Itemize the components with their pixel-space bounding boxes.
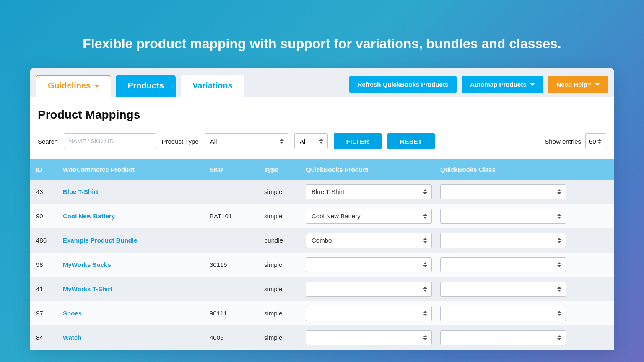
product-link[interactable]: Blue T-Shirt [63,188,98,195]
sort-icon [423,287,427,292]
sort-icon [557,287,561,292]
qb-product-value: Combo [312,237,332,244]
qb-product-select[interactable]: Combo [306,233,432,248]
table-row: 84Watch4005simple [30,326,614,350]
cell-id: 43 [30,188,60,195]
cell-product: MyWorks T-Shirt [60,285,206,292]
cell-type: simple [261,212,303,220]
cell-qb-class [437,282,571,297]
qb-class-select[interactable] [440,257,566,272]
table-row: 43Blue T-ShirtsimpleBlue T-Shirt [30,180,614,204]
tab-variations[interactable]: Variations [181,75,244,97]
cell-qb-product: Cool New Battery [303,209,437,224]
sort-icon [423,214,427,219]
refresh-button-label: Refresh QuickBooks Products [358,81,449,88]
tab-variations-label: Variations [192,81,233,90]
qb-product-select[interactable] [306,257,432,272]
col-qb-class: QuickBooks Class [437,166,571,173]
cell-type: bundle [261,237,303,244]
table-row: 41MyWorks T-Shirtsimple [30,277,614,301]
reset-button[interactable]: RESET [387,133,435,149]
sort-icon [557,238,561,243]
product-link[interactable]: Watch [63,334,81,341]
table-row: 90Cool New BatteryBAT101simpleCool New B… [30,204,614,228]
cell-qb-product: Blue T-Shirt [303,184,437,199]
col-id: ID [30,166,60,173]
cell-sku: BAT101 [206,212,261,220]
qb-product-select[interactable] [306,306,432,321]
qb-class-select[interactable] [440,330,566,345]
sort-icon [423,189,427,194]
table-row: 486Example Product BundlebundleCombo [30,228,614,253]
qb-class-select[interactable] [440,209,566,224]
col-type: Type [261,166,303,173]
product-link[interactable]: MyWorks Socks [63,261,111,268]
qb-product-select[interactable] [306,330,432,345]
qb-class-select[interactable] [440,282,566,297]
qb-product-select[interactable]: Blue T-Shirt [306,184,432,199]
qb-class-select[interactable] [440,184,566,199]
col-wc-product: WooCommerce Product [60,166,206,173]
cell-qb-product [303,306,437,321]
cell-id: 90 [30,212,60,220]
product-type-select[interactable]: All [205,133,288,149]
col-sku: SKU [206,166,261,173]
cell-qb-class [437,306,571,321]
refresh-quickbooks-button[interactable]: Refresh QuickBooks Products [349,76,457,93]
entries-label: Show entries [545,138,581,145]
tabs: Guidelines Products Variations [36,75,244,97]
entries-select[interactable]: 50 [585,133,606,149]
table-header: ID WooCommerce Product SKU Type QuickBoo… [30,159,614,180]
chevron-down-icon [595,83,600,86]
secondary-filter-select[interactable]: All [294,133,328,149]
need-help-button[interactable]: Need Help? [548,76,608,93]
product-link[interactable]: MyWorks T-Shirt [63,285,112,292]
chevron-down-icon [95,85,99,88]
sort-icon [319,139,323,144]
search-input[interactable] [64,133,156,149]
search-label: Search [38,138,58,145]
product-link[interactable]: Shoes [63,310,82,317]
sort-icon [597,139,602,144]
cell-qb-class [437,209,571,224]
sort-icon [423,335,427,340]
product-type-label: Product Type [162,138,199,145]
sort-icon [557,335,561,340]
cell-type: simple [261,188,303,195]
qb-product-select[interactable] [306,282,432,297]
filter-button[interactable]: FILTER [334,133,382,149]
app-panel: Guidelines Products Variations Refresh Q… [30,68,614,350]
qb-class-select[interactable] [440,306,566,321]
cell-id: 97 [30,310,60,317]
qb-class-select[interactable] [440,233,566,248]
chevron-down-icon [530,83,535,86]
cell-qb-product [303,282,437,297]
filter-row: Search Product Type All All FILTER RESET… [38,133,606,159]
cell-id: 84 [30,334,60,341]
qb-product-select[interactable]: Cool New Battery [306,209,432,224]
cell-sku: 4005 [206,334,261,341]
sort-icon [557,214,561,219]
cell-type: simple [261,285,303,292]
entries-value: 50 [589,138,596,145]
table-row: 97Shoes90111simple [30,301,614,326]
tab-products[interactable]: Products [116,75,176,97]
help-button-label: Need Help? [556,81,591,88]
cell-id: 98 [30,261,60,268]
cell-product: Example Product Bundle [60,237,206,244]
product-link[interactable]: Cool New Battery [63,212,115,220]
qb-product-value: Cool New Battery [312,212,361,220]
cell-product: Watch [60,334,206,341]
cell-product: Cool New Battery [60,212,206,220]
sort-icon [280,139,284,144]
automap-products-button[interactable]: Automap Products [462,76,543,93]
tab-guidelines-label: Guidelines [48,81,91,90]
cell-product: Shoes [60,310,206,317]
tab-guidelines[interactable]: Guidelines [36,75,111,97]
sort-icon [557,262,561,267]
product-type-value: All [210,138,217,145]
cell-sku: 30115 [206,261,261,268]
sort-icon [423,262,427,267]
sort-icon [557,189,561,194]
product-link[interactable]: Example Product Bundle [63,237,138,244]
